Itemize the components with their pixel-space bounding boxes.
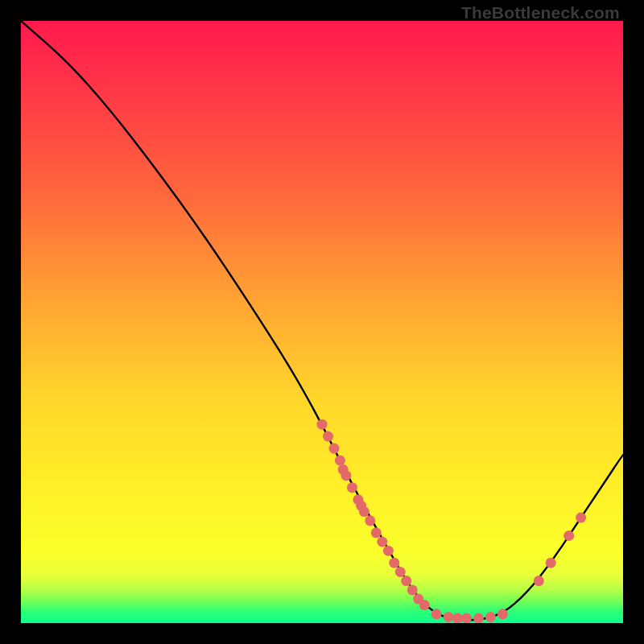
data-point	[407, 584, 418, 595]
data-point	[359, 506, 369, 517]
data-point	[365, 515, 375, 526]
data-point	[371, 527, 382, 538]
data-point	[389, 558, 399, 568]
data-point	[564, 530, 574, 541]
data-point	[431, 609, 442, 619]
data-point	[317, 419, 328, 430]
data-point	[485, 612, 496, 622]
data-point	[444, 612, 454, 622]
data-point	[341, 470, 351, 481]
data-point	[534, 576, 544, 586]
data-points-group	[317, 419, 587, 623]
data-point	[323, 431, 333, 442]
plot-area	[21, 21, 623, 623]
data-point	[377, 537, 387, 547]
data-point	[335, 456, 345, 466]
chart-overlay	[21, 21, 623, 623]
data-point	[395, 567, 406, 577]
chart-stage: TheBottleneck.com	[0, 0, 644, 644]
data-point	[401, 576, 411, 586]
data-point	[497, 609, 508, 619]
data-point	[576, 513, 586, 523]
data-point	[347, 482, 357, 493]
watermark-text: TheBottleneck.com	[461, 3, 620, 23]
data-point	[329, 444, 340, 454]
bottleneck-curve	[21, 21, 623, 620]
data-point	[473, 613, 484, 624]
data-point	[546, 558, 556, 568]
data-point	[383, 546, 394, 556]
data-point	[461, 613, 472, 624]
data-point	[452, 613, 463, 624]
data-point	[419, 600, 430, 610]
